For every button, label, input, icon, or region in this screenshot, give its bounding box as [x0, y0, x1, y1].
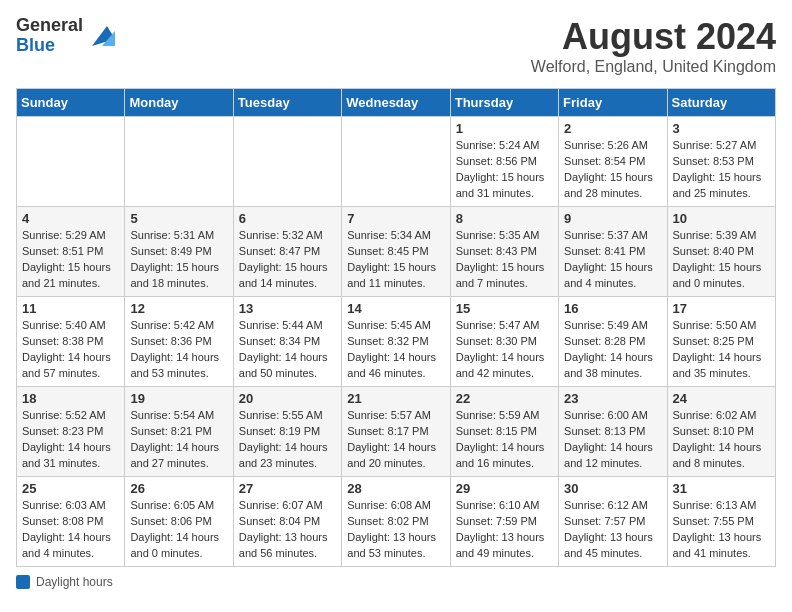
day-number: 6 — [239, 211, 336, 226]
day-number: 19 — [130, 391, 227, 406]
day-number: 3 — [673, 121, 770, 136]
calendar-header-row: Sunday Monday Tuesday Wednesday Thursday… — [17, 89, 776, 117]
table-row: 24Sunrise: 6:02 AM Sunset: 8:10 PM Dayli… — [667, 387, 775, 477]
day-number: 25 — [22, 481, 119, 496]
day-info: Sunrise: 5:54 AM Sunset: 8:21 PM Dayligh… — [130, 408, 227, 472]
day-number: 16 — [564, 301, 661, 316]
day-number: 9 — [564, 211, 661, 226]
day-number: 5 — [130, 211, 227, 226]
table-row — [125, 117, 233, 207]
table-row: 2Sunrise: 5:26 AM Sunset: 8:54 PM Daylig… — [559, 117, 667, 207]
day-number: 27 — [239, 481, 336, 496]
table-row: 6Sunrise: 5:32 AM Sunset: 8:47 PM Daylig… — [233, 207, 341, 297]
col-friday: Friday — [559, 89, 667, 117]
day-info: Sunrise: 6:08 AM Sunset: 8:02 PM Dayligh… — [347, 498, 444, 562]
table-row: 21Sunrise: 5:57 AM Sunset: 8:17 PM Dayli… — [342, 387, 450, 477]
day-number: 2 — [564, 121, 661, 136]
table-row: 27Sunrise: 6:07 AM Sunset: 8:04 PM Dayli… — [233, 477, 341, 567]
calendar-week-row: 18Sunrise: 5:52 AM Sunset: 8:23 PM Dayli… — [17, 387, 776, 477]
day-info: Sunrise: 5:49 AM Sunset: 8:28 PM Dayligh… — [564, 318, 661, 382]
legend-color-box — [16, 575, 30, 589]
day-info: Sunrise: 5:40 AM Sunset: 8:38 PM Dayligh… — [22, 318, 119, 382]
day-number: 20 — [239, 391, 336, 406]
col-saturday: Saturday — [667, 89, 775, 117]
table-row: 23Sunrise: 6:00 AM Sunset: 8:13 PM Dayli… — [559, 387, 667, 477]
day-info: Sunrise: 6:02 AM Sunset: 8:10 PM Dayligh… — [673, 408, 770, 472]
col-sunday: Sunday — [17, 89, 125, 117]
day-info: Sunrise: 5:24 AM Sunset: 8:56 PM Dayligh… — [456, 138, 553, 202]
month-year-title: August 2024 — [531, 16, 776, 58]
col-wednesday: Wednesday — [342, 89, 450, 117]
day-info: Sunrise: 5:27 AM Sunset: 8:53 PM Dayligh… — [673, 138, 770, 202]
calendar-week-row: 25Sunrise: 6:03 AM Sunset: 8:08 PM Dayli… — [17, 477, 776, 567]
table-row: 13Sunrise: 5:44 AM Sunset: 8:34 PM Dayli… — [233, 297, 341, 387]
day-number: 11 — [22, 301, 119, 316]
table-row: 20Sunrise: 5:55 AM Sunset: 8:19 PM Dayli… — [233, 387, 341, 477]
day-number: 30 — [564, 481, 661, 496]
day-info: Sunrise: 5:44 AM Sunset: 8:34 PM Dayligh… — [239, 318, 336, 382]
table-row: 9Sunrise: 5:37 AM Sunset: 8:41 PM Daylig… — [559, 207, 667, 297]
day-info: Sunrise: 6:12 AM Sunset: 7:57 PM Dayligh… — [564, 498, 661, 562]
day-info: Sunrise: 6:05 AM Sunset: 8:06 PM Dayligh… — [130, 498, 227, 562]
day-info: Sunrise: 6:07 AM Sunset: 8:04 PM Dayligh… — [239, 498, 336, 562]
day-info: Sunrise: 5:59 AM Sunset: 8:15 PM Dayligh… — [456, 408, 553, 472]
table-row: 12Sunrise: 5:42 AM Sunset: 8:36 PM Dayli… — [125, 297, 233, 387]
day-info: Sunrise: 5:37 AM Sunset: 8:41 PM Dayligh… — [564, 228, 661, 292]
day-number: 14 — [347, 301, 444, 316]
day-info: Sunrise: 5:32 AM Sunset: 8:47 PM Dayligh… — [239, 228, 336, 292]
day-number: 12 — [130, 301, 227, 316]
day-number: 26 — [130, 481, 227, 496]
day-number: 8 — [456, 211, 553, 226]
table-row: 1Sunrise: 5:24 AM Sunset: 8:56 PM Daylig… — [450, 117, 558, 207]
table-row: 29Sunrise: 6:10 AM Sunset: 7:59 PM Dayli… — [450, 477, 558, 567]
logo: General Blue — [16, 16, 117, 56]
day-info: Sunrise: 5:26 AM Sunset: 8:54 PM Dayligh… — [564, 138, 661, 202]
table-row: 11Sunrise: 5:40 AM Sunset: 8:38 PM Dayli… — [17, 297, 125, 387]
table-row: 3Sunrise: 5:27 AM Sunset: 8:53 PM Daylig… — [667, 117, 775, 207]
day-number: 13 — [239, 301, 336, 316]
table-row: 4Sunrise: 5:29 AM Sunset: 8:51 PM Daylig… — [17, 207, 125, 297]
day-number: 22 — [456, 391, 553, 406]
col-tuesday: Tuesday — [233, 89, 341, 117]
day-number: 28 — [347, 481, 444, 496]
table-row — [17, 117, 125, 207]
day-number: 31 — [673, 481, 770, 496]
day-info: Sunrise: 5:50 AM Sunset: 8:25 PM Dayligh… — [673, 318, 770, 382]
table-row: 14Sunrise: 5:45 AM Sunset: 8:32 PM Dayli… — [342, 297, 450, 387]
day-info: Sunrise: 5:34 AM Sunset: 8:45 PM Dayligh… — [347, 228, 444, 292]
day-info: Sunrise: 6:13 AM Sunset: 7:55 PM Dayligh… — [673, 498, 770, 562]
calendar-table: Sunday Monday Tuesday Wednesday Thursday… — [16, 88, 776, 567]
table-row: 28Sunrise: 6:08 AM Sunset: 8:02 PM Dayli… — [342, 477, 450, 567]
table-row: 18Sunrise: 5:52 AM Sunset: 8:23 PM Dayli… — [17, 387, 125, 477]
table-row: 7Sunrise: 5:34 AM Sunset: 8:45 PM Daylig… — [342, 207, 450, 297]
table-row — [233, 117, 341, 207]
page-header: General Blue August 2024 Welford, Englan… — [16, 16, 776, 76]
table-row: 25Sunrise: 6:03 AM Sunset: 8:08 PM Dayli… — [17, 477, 125, 567]
legend: Daylight hours — [16, 575, 776, 589]
table-row: 30Sunrise: 6:12 AM Sunset: 7:57 PM Dayli… — [559, 477, 667, 567]
day-number: 7 — [347, 211, 444, 226]
legend-label: Daylight hours — [36, 575, 113, 589]
day-info: Sunrise: 5:35 AM Sunset: 8:43 PM Dayligh… — [456, 228, 553, 292]
day-info: Sunrise: 6:10 AM Sunset: 7:59 PM Dayligh… — [456, 498, 553, 562]
day-info: Sunrise: 6:03 AM Sunset: 8:08 PM Dayligh… — [22, 498, 119, 562]
location-subtitle: Welford, England, United Kingdom — [531, 58, 776, 76]
day-info: Sunrise: 6:00 AM Sunset: 8:13 PM Dayligh… — [564, 408, 661, 472]
day-info: Sunrise: 5:47 AM Sunset: 8:30 PM Dayligh… — [456, 318, 553, 382]
day-number: 10 — [673, 211, 770, 226]
day-number: 1 — [456, 121, 553, 136]
table-row: 19Sunrise: 5:54 AM Sunset: 8:21 PM Dayli… — [125, 387, 233, 477]
col-monday: Monday — [125, 89, 233, 117]
title-block: August 2024 Welford, England, United Kin… — [531, 16, 776, 76]
day-number: 23 — [564, 391, 661, 406]
day-info: Sunrise: 5:52 AM Sunset: 8:23 PM Dayligh… — [22, 408, 119, 472]
table-row: 15Sunrise: 5:47 AM Sunset: 8:30 PM Dayli… — [450, 297, 558, 387]
table-row: 26Sunrise: 6:05 AM Sunset: 8:06 PM Dayli… — [125, 477, 233, 567]
calendar-week-row: 11Sunrise: 5:40 AM Sunset: 8:38 PM Dayli… — [17, 297, 776, 387]
table-row: 17Sunrise: 5:50 AM Sunset: 8:25 PM Dayli… — [667, 297, 775, 387]
table-row: 5Sunrise: 5:31 AM Sunset: 8:49 PM Daylig… — [125, 207, 233, 297]
day-number: 21 — [347, 391, 444, 406]
col-thursday: Thursday — [450, 89, 558, 117]
day-info: Sunrise: 5:45 AM Sunset: 8:32 PM Dayligh… — [347, 318, 444, 382]
day-number: 4 — [22, 211, 119, 226]
